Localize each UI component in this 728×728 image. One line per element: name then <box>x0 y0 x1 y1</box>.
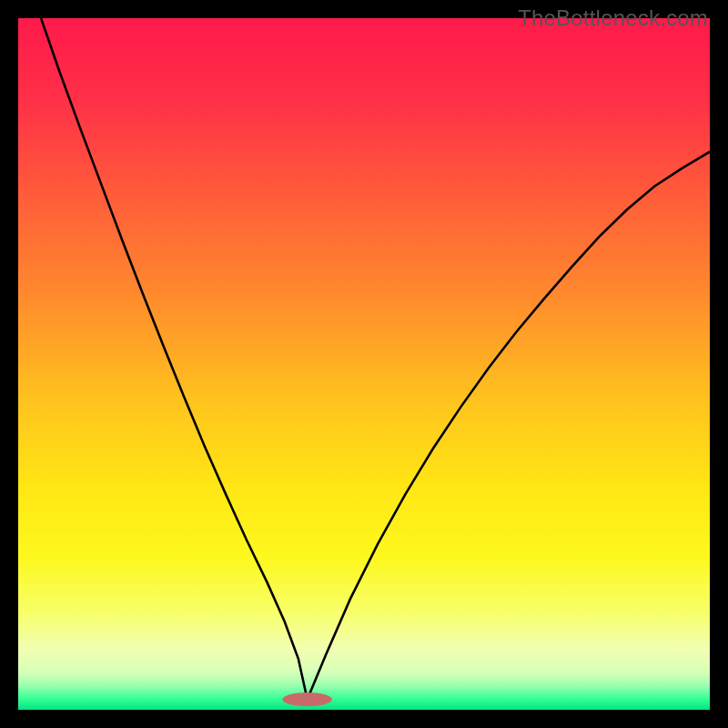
chart-svg <box>18 18 710 710</box>
minimum-marker <box>282 693 332 706</box>
watermark-text: TheBottleneck.com <box>518 5 708 31</box>
chart-frame: TheBottleneck.com <box>0 0 728 728</box>
plot-area <box>18 18 710 710</box>
gradient-background <box>18 18 710 710</box>
